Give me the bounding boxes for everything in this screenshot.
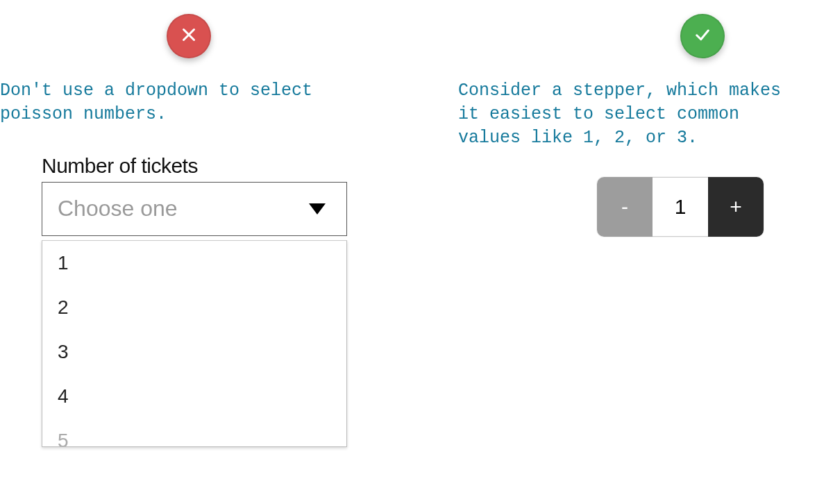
select-options: 1 2 3 4 5 <box>42 240 347 447</box>
select-option[interactable]: 3 <box>42 330 346 374</box>
quantity-stepper: - 1 + <box>597 177 764 237</box>
stepper-increment[interactable]: + <box>708 177 764 237</box>
field-label: Number of tickets <box>42 154 347 178</box>
select-option[interactable]: 1 <box>42 241 346 285</box>
check-badge <box>680 14 725 58</box>
advice-dont: Don't use a dropdown to select poisson n… <box>0 79 396 126</box>
select-input[interactable]: Choose one <box>42 182 347 236</box>
select-option[interactable]: 4 <box>42 374 346 419</box>
example-do: Consider a stepper, which makes it easie… <box>416 0 833 504</box>
stepper-decrement[interactable]: - <box>597 177 653 237</box>
check-icon <box>692 24 713 48</box>
select-placeholder: Choose one <box>58 196 178 221</box>
select-option[interactable]: 5 <box>42 419 346 446</box>
example-dont: Don't use a dropdown to select poisson n… <box>0 0 416 504</box>
chevron-down-icon <box>309 203 326 215</box>
dropdown-example: Number of tickets Choose one 1 2 3 4 5 <box>42 154 347 447</box>
stepper-value: 1 <box>653 177 708 237</box>
cross-badge <box>167 14 211 58</box>
select-option[interactable]: 2 <box>42 285 346 330</box>
cross-icon <box>178 24 199 48</box>
advice-do: Consider a stepper, which makes it easie… <box>458 79 812 149</box>
